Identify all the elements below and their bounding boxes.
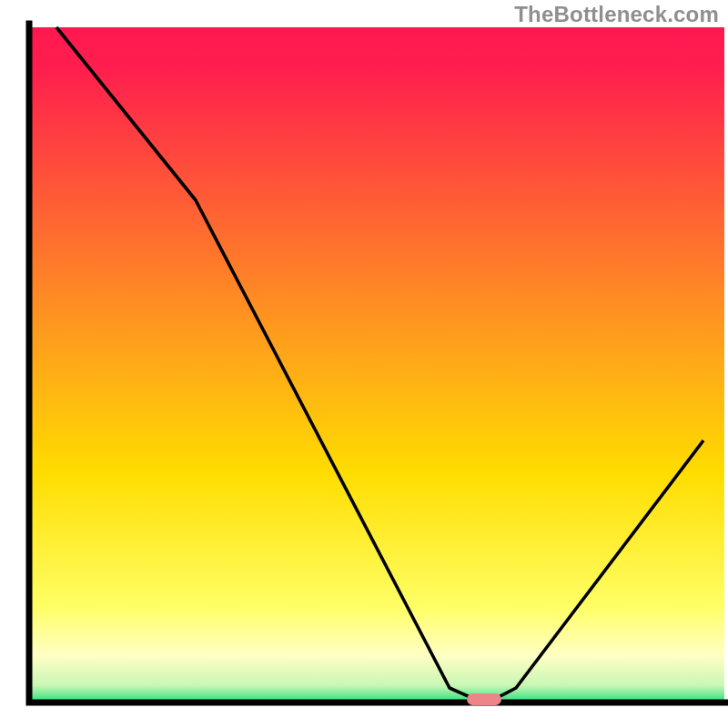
chart-svg xyxy=(0,0,728,728)
bottleneck-chart: TheBottleneck.com xyxy=(0,0,728,728)
optimum-marker xyxy=(467,693,501,705)
watermark-text: TheBottleneck.com xyxy=(514,2,719,27)
plot-background xyxy=(29,27,724,703)
